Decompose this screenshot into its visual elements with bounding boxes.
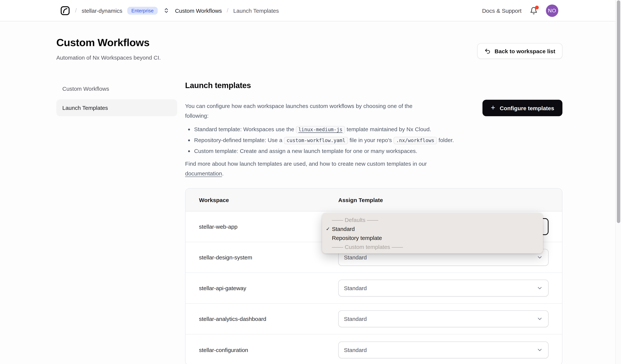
dropdown-option-label: —— Custom templates —— <box>332 243 403 250</box>
table-row-stellar-api-gateway: stellar-api-gatewayStandard <box>186 273 562 304</box>
workspace-name: stellar-analytics-dashboard <box>199 316 338 322</box>
find-more-post: . <box>222 170 224 176</box>
dropdown-option-standard[interactable]: ✓Standard <box>322 224 543 233</box>
notification-bell-icon[interactable] <box>530 7 538 15</box>
selected-template-label: Standard <box>344 285 367 291</box>
nx-cloud-logo-icon[interactable] <box>60 5 70 16</box>
workspace-name: stellar-api-gateway <box>199 285 338 291</box>
section-heading: Launch templates <box>185 81 562 90</box>
dropdown-option-repository-template[interactable]: Repository template <box>322 233 543 242</box>
docs-support-link[interactable]: Docs & Support <box>482 7 521 14</box>
template-select-stellar-api-gateway[interactable]: Standard <box>338 280 549 297</box>
chevron-down-icon <box>536 285 543 291</box>
breadcrumb-separator: / <box>75 7 77 14</box>
settings-sidebar: Custom WorkflowsLaunch Templates <box>56 80 177 116</box>
template-option-item: Standard template: Workspaces use the li… <box>194 125 457 135</box>
column-header-assign-template: Assign Template <box>338 197 549 203</box>
template-option-item: Custom template: Create and assign a new… <box>194 146 457 156</box>
code-chip: custom-workflow.yaml <box>284 137 348 144</box>
template-options-list: Standard template: Workspaces use the li… <box>185 125 562 156</box>
workspace-name: stellar-web-app <box>199 223 338 230</box>
page-header: Custom Workflows Automation of Nx Worksp… <box>56 37 562 61</box>
notification-dot <box>535 5 539 9</box>
plan-badge: Enterprise <box>127 7 158 15</box>
workspace-template-table: Workspace Assign Template stellar-web-ap… <box>185 188 562 364</box>
selected-template-label: Standard <box>344 347 367 353</box>
sidebar-item-custom-workflows[interactable]: Custom Workflows <box>56 80 177 97</box>
table-row-stellar-analytics-dashboard: stellar-analytics-dashboardStandard <box>186 304 562 334</box>
template-select-stellar-configuration[interactable]: Standard <box>338 341 549 358</box>
dropdown-option-label: Repository template <box>332 235 382 241</box>
code-chip: linux-medium-js <box>296 126 345 133</box>
breadcrumb: / stellar-dynamics Enterprise Custom Wor… <box>60 5 279 16</box>
dropdown-option-label: Standard <box>332 225 355 232</box>
breadcrumb-page[interactable]: Launch Templates <box>233 7 279 14</box>
configure-templates-button[interactable]: + Configure templates <box>483 100 562 116</box>
configure-button-label: Configure templates <box>500 105 554 111</box>
table-header-row: Workspace Assign Template <box>186 189 562 211</box>
dropdown-group-label: —— Custom templates —— <box>322 242 543 251</box>
table-row-stellar-configuration: stellar-configurationStandard <box>186 334 562 364</box>
template-select-stellar-analytics-dashboard[interactable]: Standard <box>338 310 549 327</box>
chevron-down-icon <box>536 316 543 322</box>
back-button-label: Back to workspace list <box>495 48 555 54</box>
workspace-name: stellar-design-system <box>199 254 338 261</box>
selected-template-label: Standard <box>344 254 367 261</box>
scrollbar-track <box>615 0 621 364</box>
scrollbar-thumb[interactable] <box>617 0 620 223</box>
checkmark-icon: ✓ <box>326 226 330 232</box>
app-root: / stellar-dynamics Enterprise Custom Wor… <box>0 0 621 364</box>
top-nav: / stellar-dynamics Enterprise Custom Wor… <box>0 0 621 21</box>
workspace-switcher-icon[interactable] <box>163 7 169 14</box>
back-to-workspace-list-button[interactable]: Back to workspace list <box>477 43 562 59</box>
breadcrumb-separator: / <box>227 7 228 14</box>
breadcrumb-section[interactable]: Custom Workflows <box>175 7 222 14</box>
code-chip: .nx/workflows <box>394 137 437 144</box>
find-more-pre: Find more about how launch templates are… <box>185 160 427 167</box>
undo-arrow-icon <box>484 48 491 54</box>
find-more-text: Find more about how launch templates are… <box>185 159 433 178</box>
dropdown-option-label: —— Defaults —— <box>332 217 378 223</box>
chevron-down-icon <box>536 347 543 353</box>
intro-text: You can configure how each workspace lau… <box>185 101 429 121</box>
dropdown-group-label: —— Defaults —— <box>322 215 543 224</box>
sidebar-item-launch-templates[interactable]: Launch Templates <box>56 99 177 116</box>
template-option-item: Repository-defined template: Use a custo… <box>194 135 457 145</box>
column-header-workspace: Workspace <box>199 197 338 203</box>
user-avatar[interactable]: NO <box>546 4 558 17</box>
chevron-down-icon <box>536 254 543 261</box>
documentation-link[interactable]: documentation <box>185 170 222 176</box>
template-dropdown-menu: —— Defaults ——✓StandardRepository templa… <box>322 213 543 253</box>
workspace-name: stellar-configuration <box>199 347 338 353</box>
plus-icon: + <box>491 104 495 111</box>
selected-template-label: Standard <box>344 316 367 322</box>
launch-templates-section: Launch templates + Configure templates Y… <box>185 80 562 364</box>
header-actions: Docs & Support NO <box>482 4 558 17</box>
breadcrumb-workspace[interactable]: stellar-dynamics <box>82 7 122 14</box>
